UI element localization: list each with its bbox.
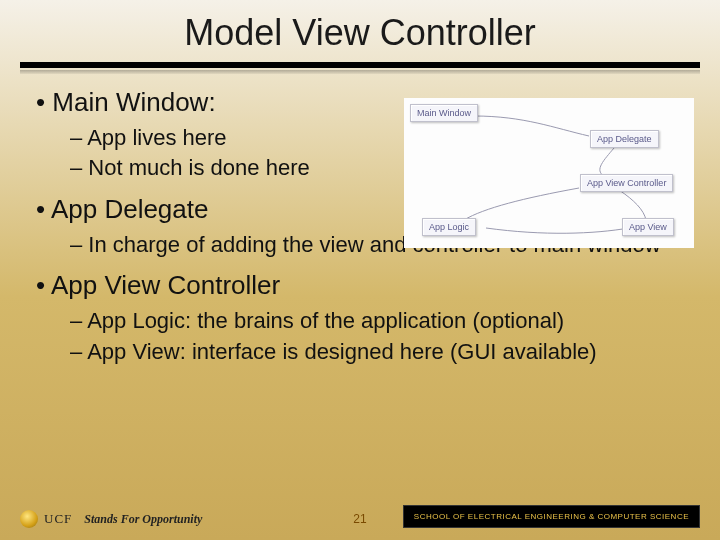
mvc-diagram: Main Window App Delegate App View Contro…	[404, 98, 694, 248]
department-badge: SCHOOL OF ELECTRICAL ENGINEERING & COMPU…	[403, 505, 700, 528]
footer: UCF Stands For Opportunity 21 SCHOOL OF …	[0, 500, 720, 532]
bullet-item: App View Controller App Logic: the brain…	[36, 269, 684, 366]
node-main-window: Main Window	[410, 104, 478, 122]
page-number: 21	[353, 512, 366, 526]
ucf-logo-icon	[20, 510, 38, 528]
node-app-view-controller: App View Controller	[580, 174, 673, 192]
ucf-tagline: Stands For Opportunity	[84, 512, 202, 527]
title-rule	[20, 62, 700, 68]
slide: Model View Controller Main Window App De…	[0, 0, 720, 540]
slide-title: Model View Controller	[0, 0, 720, 62]
node-app-delegate: App Delegate	[590, 130, 659, 148]
ucf-brand: UCF Stands For Opportunity	[20, 510, 202, 528]
bullet-label: App View Controller	[36, 270, 280, 300]
bullet-label: App Delegate	[36, 194, 208, 224]
sub-bullet: App View: interface is designed here (GU…	[70, 338, 684, 367]
node-app-logic: App Logic	[422, 218, 476, 236]
node-app-view: App View	[622, 218, 674, 236]
sub-bullet: App Logic: the brains of the application…	[70, 307, 684, 336]
ucf-wordmark: UCF	[44, 511, 72, 527]
bullet-label: Main Window:	[36, 87, 216, 117]
